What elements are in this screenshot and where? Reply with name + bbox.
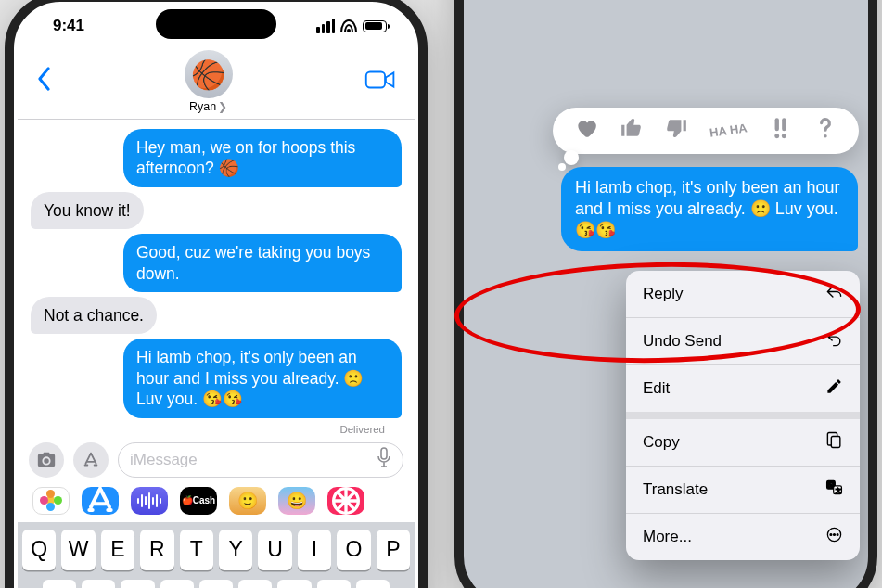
battery-icon <box>363 20 387 32</box>
key-j[interactable]: J <box>277 580 311 588</box>
svg-rect-1 <box>381 448 387 459</box>
digital-touch-app-icon[interactable] <box>327 487 364 515</box>
menu-copy[interactable]: Copy <box>626 419 860 467</box>
copy-icon <box>825 431 843 454</box>
apple-cash-app-icon[interactable]: 🍎Cash <box>180 487 217 515</box>
phone-right-frame: HA HA Hi lamb chop, it's only been an ho… <box>436 0 882 588</box>
reply-icon <box>825 283 843 305</box>
message-input-bar: iMessage <box>18 437 415 483</box>
svg-rect-0 <box>366 72 385 88</box>
pencil-icon <box>825 377 843 400</box>
key-y[interactable]: Y <box>219 530 252 570</box>
menu-label: Edit <box>643 379 670 398</box>
key-g[interactable]: G <box>199 580 233 588</box>
key-l[interactable]: L <box>356 580 390 588</box>
message-bubble-outgoing[interactable]: Hey man, we on for hoops this afternoon?… <box>123 129 402 187</box>
key-e[interactable]: E <box>101 530 134 570</box>
appstore-app-icon[interactable] <box>82 487 119 515</box>
key-d[interactable]: D <box>121 580 154 588</box>
menu-translate[interactable]: Translate A文 <box>626 467 860 514</box>
key-f[interactable]: F <box>160 580 194 588</box>
keyboard-row-1: Q W E R T Y U I O P <box>22 530 410 570</box>
contact-chip[interactable]: 🏀 Ryan ❯ <box>185 50 233 113</box>
camera-button[interactable] <box>29 442 64 478</box>
key-i[interactable]: I <box>298 530 331 570</box>
svg-rect-8 <box>831 437 840 448</box>
message-bubble-incoming[interactable]: You know it! <box>31 192 144 229</box>
imessage-app-strip[interactable]: 🍎Cash 🙂 😀 <box>18 483 415 522</box>
key-t[interactable]: T <box>180 530 213 570</box>
svg-point-4 <box>774 134 779 138</box>
translate-icon: A文 <box>825 479 843 501</box>
key-s[interactable]: S <box>82 580 115 588</box>
message-bubble-outgoing[interactable]: Good, cuz we're taking you boys down. <box>123 234 402 292</box>
svg-point-14 <box>830 534 832 536</box>
memoji2-app-icon[interactable]: 😀 <box>278 487 315 515</box>
key-w[interactable]: W <box>61 530 95 570</box>
svg-text:文: 文 <box>835 487 841 493</box>
menu-label: Copy <box>643 433 680 452</box>
key-q[interactable]: Q <box>22 530 56 570</box>
message-context-menu: Reply Undo Send Edit Copy Translate <box>626 271 860 560</box>
message-input[interactable]: iMessage <box>118 442 403 478</box>
conversation-thread[interactable]: Hey man, we on for hoops this afternoon?… <box>18 120 415 437</box>
keyboard[interactable]: Q W E R T Y U I O P A S D <box>18 522 415 588</box>
key-o[interactable]: O <box>337 530 370 570</box>
photos-app-icon[interactable] <box>32 487 70 515</box>
tapback-tail-icon <box>558 163 566 171</box>
svg-point-15 <box>834 534 836 536</box>
dictation-button[interactable] <box>377 447 391 472</box>
status-time: 9:41 <box>53 17 84 35</box>
key-a[interactable]: A <box>43 580 76 588</box>
focused-message-bubble[interactable]: Hi lamb chop, it's only been an hour and… <box>561 167 858 251</box>
more-icon <box>825 526 843 548</box>
tapback-thumbs-up-icon[interactable] <box>620 116 644 146</box>
wifi-icon <box>340 19 357 32</box>
svg-point-16 <box>837 534 838 536</box>
status-bar: 9:41 <box>18 2 415 50</box>
tapback-tail-icon <box>564 150 579 165</box>
phone-left-frame: 9:41 🏀 Ryan <box>0 0 436 588</box>
svg-rect-5 <box>782 118 786 131</box>
tapback-heart-icon[interactable] <box>574 116 598 146</box>
keyboard-row-2: A S D F G H J K L <box>22 580 410 588</box>
menu-label: Reply <box>643 285 683 303</box>
contact-avatar: 🏀 <box>185 50 233 98</box>
menu-reply[interactable]: Reply <box>626 271 860 318</box>
menu-edit[interactable]: Edit <box>626 365 860 419</box>
svg-point-7 <box>824 134 826 137</box>
key-k[interactable]: K <box>317 580 351 588</box>
facetime-button[interactable] <box>364 70 396 94</box>
menu-more[interactable]: More... <box>626 514 860 560</box>
tapback-reaction-bar[interactable]: HA HA <box>553 108 859 154</box>
delivered-label: Delivered <box>31 423 402 435</box>
key-h[interactable]: H <box>238 580 272 588</box>
message-placeholder: iMessage <box>130 451 198 469</box>
menu-label: More... <box>643 528 692 546</box>
app-store-button[interactable] <box>73 442 109 478</box>
message-bubble-incoming[interactable]: Not a chance. <box>31 297 157 334</box>
message-bubble-outgoing[interactable]: Hi lamb chop, it's only been an hour and… <box>123 339 402 417</box>
svg-rect-3 <box>775 118 779 131</box>
key-u[interactable]: U <box>258 530 291 570</box>
contact-name: Ryan <box>189 100 216 113</box>
tapback-haha-icon[interactable]: HA HA <box>709 123 748 137</box>
tapback-thumbs-down-icon[interactable] <box>664 116 688 146</box>
tapback-exclaim-icon[interactable] <box>768 116 792 146</box>
audio-message-app-icon[interactable] <box>131 487 168 515</box>
basketball-icon: 🏀 <box>191 58 225 91</box>
chat-header: 🏀 Ryan ❯ <box>18 50 415 120</box>
svg-point-6 <box>782 134 786 138</box>
menu-label: Translate <box>643 480 708 499</box>
undo-icon <box>825 330 843 352</box>
memoji-app-icon[interactable]: 🙂 <box>229 487 266 515</box>
key-r[interactable]: R <box>140 530 173 570</box>
back-button[interactable] <box>36 65 52 99</box>
tapback-question-icon[interactable] <box>813 116 837 146</box>
menu-label: Undo Send <box>643 332 722 351</box>
menu-undo-send[interactable]: Undo Send <box>626 318 860 365</box>
cellular-signal-icon <box>316 19 335 33</box>
key-p[interactable]: P <box>377 530 410 570</box>
chevron-right-icon: ❯ <box>218 100 227 113</box>
